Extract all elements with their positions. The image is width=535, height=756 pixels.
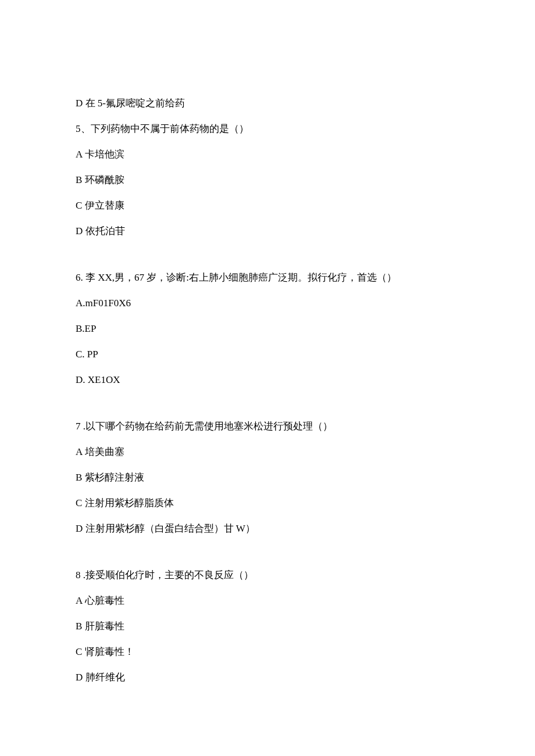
q8-option-d: D 肺纤维化 <box>76 670 459 685</box>
q5-option-d: D 依托泊苷 <box>76 224 459 239</box>
q8-stem: 8 .接受顺伯化疗时，主要的不良反应（） <box>76 568 459 583</box>
q5-option-a: A 卡培他滨 <box>76 147 459 162</box>
q5-stem: 5、下列药物中不属于前体药物的是（） <box>76 121 459 137</box>
spacer <box>76 249 459 270</box>
q8-option-b: B 肝脏毒性 <box>76 619 459 634</box>
q8-option-a: A 心脏毒性 <box>76 593 459 608</box>
q7-option-c: C 注射用紫杉醇脂质体 <box>76 496 459 511</box>
q6-option-b: B.EP <box>76 321 459 336</box>
q7-stem: 7 .以下哪个药物在给药前无需使用地塞米松进行预处理（） <box>76 419 459 434</box>
q6-option-d: D. XE1OX <box>76 372 459 388</box>
q6-option-a: A.mF01F0X6 <box>76 296 459 311</box>
q5-option-c: C 伊立替康 <box>76 198 459 213</box>
q7-option-a: A 培美曲塞 <box>76 445 459 460</box>
spacer <box>76 398 459 419</box>
q7-option-d: D 注射用紫杉醇（白蛋白结合型）甘 W） <box>76 521 459 536</box>
document-page: D 在 5-氟尿嘧啶之前给药 5、下列药物中不属于前体药物的是（） A 卡培他滨… <box>0 0 535 756</box>
q5-option-b: B 环磷酰胺 <box>76 173 459 188</box>
q8-option-c: C 肾脏毒性！ <box>76 644 459 660</box>
spacer <box>76 547 459 568</box>
q6-stem: 6. 李 XX,男，67 岁，诊断:右上肺小细胞肺癌广泛期。拟行化疗，首选（） <box>76 270 459 285</box>
q6-option-c: C. PP <box>76 347 459 362</box>
q4-option-d: D 在 5-氟尿嘧啶之前给药 <box>76 96 459 111</box>
q7-option-b: B 紫杉醇注射液 <box>76 470 459 485</box>
